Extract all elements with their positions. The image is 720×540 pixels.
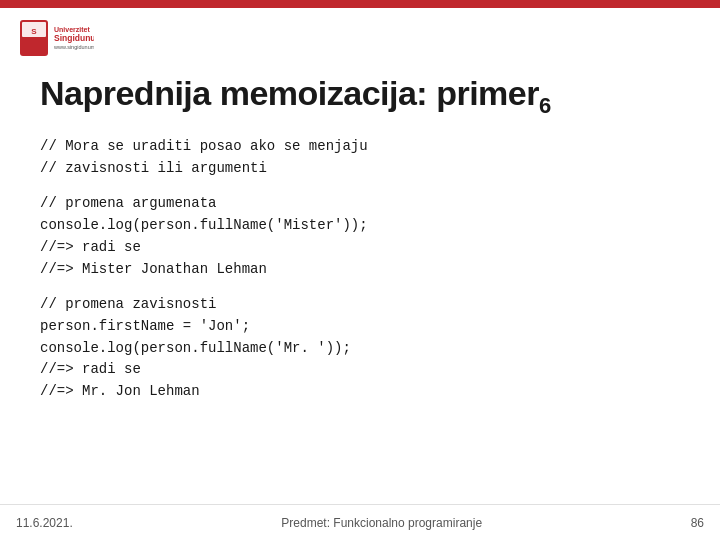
code-block-1: // Mora se uraditi posao ako se menjaju … <box>40 136 680 179</box>
logo-image: S Univerzitet Singidunum www.singidunum.… <box>18 18 94 58</box>
footer-subject: Predmet: Funkcionalno programiranje <box>281 516 482 530</box>
svg-text:www.singidunum.ac.rs: www.singidunum.ac.rs <box>53 44 94 50</box>
slide: S Univerzitet Singidunum www.singidunum.… <box>0 0 720 540</box>
title-text: Naprednija memoizacija: primer <box>40 74 539 112</box>
code-block-3: // promena zavisnosti person.firstName =… <box>40 294 680 402</box>
title-subscript: 6 <box>539 93 551 118</box>
footer-page: 86 <box>691 516 704 530</box>
code-block-2: // promena argumenata console.log(person… <box>40 193 680 280</box>
code-text-3: // promena zavisnosti person.firstName =… <box>40 294 680 402</box>
content: Naprednija memoizacija: primer6 // Mora … <box>0 64 720 504</box>
logo: S Univerzitet Singidunum www.singidunum.… <box>16 16 96 60</box>
code-text-1: // Mora se uraditi posao ako se menjaju … <box>40 136 680 179</box>
footer: 11.6.2021. Predmet: Funkcionalno program… <box>0 504 720 540</box>
slide-title: Naprednija memoizacija: primer6 <box>40 74 680 118</box>
svg-text:Univerzitet: Univerzitet <box>54 26 90 33</box>
header: S Univerzitet Singidunum www.singidunum.… <box>0 8 720 64</box>
svg-rect-3 <box>22 39 46 53</box>
footer-date: 11.6.2021. <box>16 516 73 530</box>
svg-text:Singidunum: Singidunum <box>54 33 94 43</box>
top-bar <box>0 0 720 8</box>
code-text-2: // promena argumenata console.log(person… <box>40 193 680 280</box>
svg-text:S: S <box>31 27 37 36</box>
